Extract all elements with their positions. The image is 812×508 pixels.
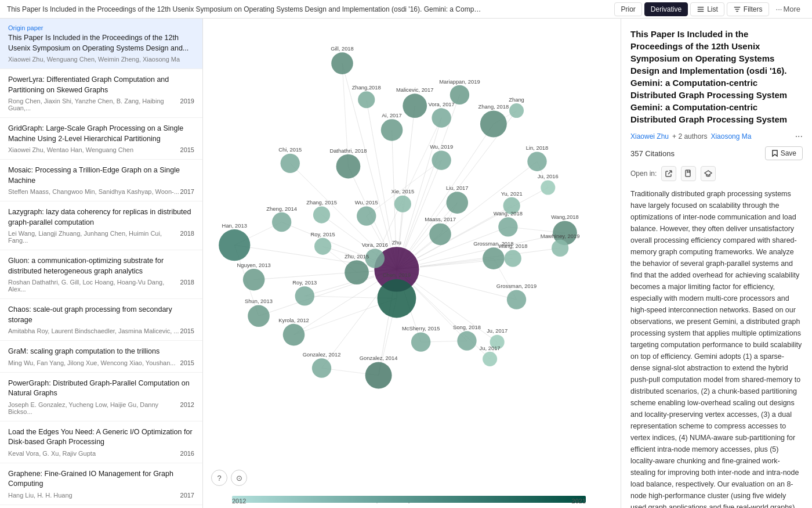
paper-list-item-7[interactable]: GraM: scaling graph computation to the t… xyxy=(0,341,202,373)
graph-node[interactable]: Liu, 2017 xyxy=(446,185,469,214)
svg-point-16 xyxy=(281,154,300,173)
graph-node[interactable]: Roy, 2015 xyxy=(311,231,335,255)
paper-more-button[interactable]: ··· xyxy=(795,131,803,142)
graph-node[interactable]: Wang,2018 xyxy=(551,214,579,245)
graph-node[interactable]: Ju, 2017 xyxy=(480,345,501,366)
graph-node[interactable]: Zhang,2018 xyxy=(352,84,381,108)
focus-button[interactable]: ⊙ xyxy=(231,470,247,486)
list-button[interactable]: List xyxy=(690,2,724,16)
svg-point-12 xyxy=(381,119,403,141)
paper-list-item-3[interactable]: Mosaic: Processing a Trillion-Edge Graph… xyxy=(0,160,202,201)
paper-list-item-11[interactable]: Ligra: a lightweight graph processing fr… xyxy=(0,505,202,509)
graph-node-label: Zhang,2018 xyxy=(352,84,381,91)
graph-node-label: Wang, 2018 xyxy=(494,210,523,217)
graph-node[interactable]: Nguyen, 2013 xyxy=(237,262,270,291)
paper-list-item-0[interactable]: Origin paperThis Paper Is Included in th… xyxy=(0,19,202,69)
graph-node[interactable]: McSherry, 2015 xyxy=(402,325,440,352)
svg-point-13 xyxy=(432,108,451,127)
svg-point-8 xyxy=(331,52,353,74)
graph-node[interactable]: Dathathri, 2018 xyxy=(329,147,367,179)
more-button[interactable]: ··· More xyxy=(771,2,805,16)
graph-container[interactable]: ZhuChen, 2019Gill, 2018Zhang,2018Mariapp… xyxy=(203,19,621,508)
graph-node[interactable]: Kyrola, 2012 xyxy=(278,317,309,346)
top-bar-actions: Prior Derivative List Filters ··· More xyxy=(614,2,805,16)
paper-list-item-9[interactable]: Load the Edges You Need: A Generic I/O O… xyxy=(0,421,202,463)
graph-node-label: Liu, 2017 xyxy=(446,185,469,191)
graph-node-label: Ju, 2017 xyxy=(487,328,507,334)
paper-authors: Joseph E. Gonzalez, Yucheng Low, Haijie … xyxy=(8,401,194,415)
graph-node[interactable]: Gill, 2018 xyxy=(331,45,354,74)
svg-point-43 xyxy=(283,324,305,346)
graph-node[interactable]: Chi, 2015 xyxy=(278,146,302,173)
filters-button[interactable]: Filters xyxy=(727,2,769,16)
paper-list-item-10[interactable]: Graphene: Fine-Grained IO Management for… xyxy=(0,463,202,505)
graph-node[interactable]: Han, 2013 xyxy=(219,222,250,261)
primary-author-link[interactable]: Xiaowei Zhu xyxy=(630,132,669,140)
graph-node[interactable]: Zhu, 2015 xyxy=(345,253,369,284)
graph-node-label: Chi, 2015 xyxy=(278,146,302,153)
top-bar-title: This Paper Is Included in the Proceeding… xyxy=(7,5,483,13)
graph-node[interactable]: Ai, 2017 xyxy=(381,112,403,141)
svg-point-46 xyxy=(312,358,331,377)
svg-point-9 xyxy=(358,91,375,108)
graph-node-label: Song, 2018 xyxy=(453,324,481,330)
graph-node[interactable]: Gonzalez, 2012 xyxy=(303,351,341,378)
open-in-icon-1[interactable] xyxy=(661,166,676,181)
svg-point-24 xyxy=(313,206,330,223)
graph-node[interactable]: Maass, 2017 xyxy=(425,217,456,246)
secondary-author-link[interactable]: Xiaosong Ma xyxy=(710,132,751,140)
svg-point-47 xyxy=(365,362,392,389)
derivative-button[interactable]: Derivative xyxy=(644,2,688,16)
svg-point-37 xyxy=(345,260,369,284)
paper-title: GraM: scaling graph computation to the t… xyxy=(8,347,194,357)
graph-node[interactable]: Gonzalez, 2014 xyxy=(360,355,398,388)
graph-node[interactable]: Zheng, 2014 xyxy=(266,206,297,232)
paper-tag: Origin paper xyxy=(8,24,194,31)
help-button[interactable]: ? xyxy=(211,470,227,486)
paper-list-item-2[interactable]: GridGraph: Large-Scale Graph Processing … xyxy=(0,118,202,160)
paper-list-item-4[interactable]: Lazygraph: lazy data coherency for repli… xyxy=(0,201,202,250)
save-icon xyxy=(771,149,778,157)
graph-node[interactable]: Roy, 2013 xyxy=(292,279,317,306)
save-button[interactable]: Save xyxy=(765,146,803,160)
paper-list-item-8[interactable]: PowerGraph: Distributed Graph-Parallel C… xyxy=(0,373,202,421)
graph-node-label: Mariappan, 2019 xyxy=(439,78,480,85)
open-in-icon-2[interactable] xyxy=(681,166,696,181)
graph-node-label: Lin, 2018 xyxy=(526,145,549,151)
paper-authors: Steffen Maass, Changwoo Min, Sanidhya Ka… xyxy=(8,188,194,195)
graph-node[interactable]: Mawhiney, 2019 xyxy=(541,233,580,257)
svg-point-27 xyxy=(429,224,451,246)
graph-node-label: Zhu, 2015 xyxy=(345,253,369,260)
list-icon xyxy=(697,5,705,13)
paper-title: Lazygraph: lazy data coherency for repli… xyxy=(8,207,194,228)
graph-node-label: Roy, 2015 xyxy=(311,231,335,237)
open-in-icon-3[interactable] xyxy=(701,166,716,181)
graph-edge xyxy=(397,248,560,269)
svg-point-44 xyxy=(411,332,430,351)
prior-button[interactable]: Prior xyxy=(614,2,641,16)
svg-point-36 xyxy=(505,250,521,267)
graph-node-label: Nguyen, 2013 xyxy=(237,262,270,268)
graph-node[interactable]: Vora, 2017 xyxy=(428,101,454,128)
svg-point-18 xyxy=(432,150,451,170)
graph-node-label: Grossman, 2019 xyxy=(496,283,536,289)
graph-node[interactable]: Shun, 2013 xyxy=(245,298,273,327)
graph-node[interactable]: Wang, 2018 xyxy=(494,210,523,237)
graph-node[interactable]: Zhang, 2018 xyxy=(478,103,509,137)
graph-node-label: Wang,2018 xyxy=(551,214,579,220)
paper-title: PowerGraph: Distributed Graph-Parallel C… xyxy=(8,379,194,399)
graph-node-label: Zheng, 2014 xyxy=(266,206,297,212)
paper-list-item-5[interactable]: Gluon: a communication-optimizing substr… xyxy=(0,250,202,299)
graph-node[interactable]: Zhang xyxy=(509,96,524,118)
graph-node-label: Zhu xyxy=(392,239,401,246)
graph-node[interactable]: Zhang, 2015 xyxy=(306,199,337,223)
graph-node[interactable]: Wu, 2019 xyxy=(430,143,453,170)
svg-point-7 xyxy=(378,279,416,318)
paper-title: Mosaic: Processing a Trillion-Edge Graph… xyxy=(8,165,194,186)
svg-point-42 xyxy=(457,331,476,350)
graph-node-label: Gonzalez, 2014 xyxy=(360,355,398,361)
graph-node-label: Vora, 2016 xyxy=(362,242,388,248)
paper-list-item-1[interactable]: PowerLyra: Differentiated Graph Computat… xyxy=(0,69,202,118)
center-panel: ZhuChen, 2019Gill, 2018Zhang,2018Mariapp… xyxy=(203,19,621,508)
paper-list-item-6[interactable]: Chaos: scale-out graph processing from s… xyxy=(0,299,202,341)
